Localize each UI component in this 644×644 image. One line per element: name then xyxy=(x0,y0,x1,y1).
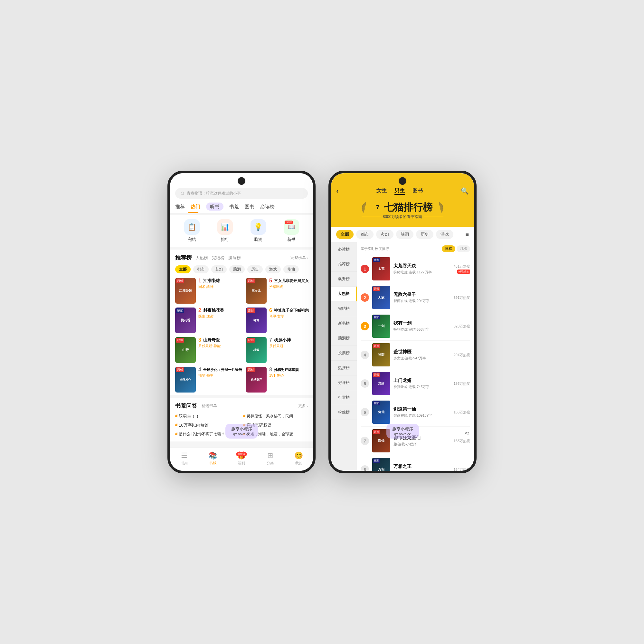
sort-daily[interactable]: 日榜 xyxy=(442,245,455,252)
bottom-nav-shucheng[interactable]: 📚 书城 xyxy=(199,451,227,468)
right-book-item-5[interactable]: 5 龙婿 原创 上门龙婿 扮猪吃虎·连载·746万字 186万热度 xyxy=(361,369,470,398)
book-cover-wrap-7: 桃源 原创 xyxy=(246,337,267,363)
pill-xiuxian[interactable]: 修仙 xyxy=(283,265,299,273)
sidebar-toupiaoban[interactable]: 投票榜 xyxy=(331,346,357,361)
right-book-meta-2: 智商在线·连载·204万字 xyxy=(393,298,450,303)
sidebar-biduban[interactable]: 必读榜 xyxy=(331,242,357,257)
book-cover-wrap-6: 神算 原创 xyxy=(246,308,267,333)
nav-tabs: 推荐 热门 听书 书荒 图书 必读榜 xyxy=(170,202,313,213)
header-tab-tushu[interactable]: 图书 xyxy=(412,187,423,195)
right-book-item-2[interactable]: 2 无敌 原创 无敌六皇子 智商在线·连载·204万字 391万热度 xyxy=(361,283,470,312)
sidebar-wanjieban[interactable]: 完结榜 xyxy=(331,301,357,316)
fenlei-label: 分类 xyxy=(267,461,274,466)
book-cover-wrap-2: 桃花香 独家 xyxy=(175,308,196,333)
qa-item-4[interactable]: # 穿越宫廷权谋 xyxy=(243,422,308,428)
sidebar-tuijianban[interactable]: 推荐榜 xyxy=(331,257,357,272)
bottom-nav-shujia[interactable]: ☰ 书架 xyxy=(170,451,199,468)
paixing-label: 排行 xyxy=(221,237,229,242)
book-cover-text-3: 山野 xyxy=(182,347,189,353)
book-item-1[interactable]: 江湖枭雄 原创 1 江湖枭雄 国术·战神 xyxy=(175,278,242,304)
tab-wanjie[interactable]: 完结榜 xyxy=(212,255,224,261)
tab-biduban[interactable]: 必读榜 xyxy=(260,202,275,212)
header-tab-nansheng[interactable]: 男生 xyxy=(394,187,405,195)
right-book-item-4[interactable]: 4 神医 原创 盖世神医 多女主·连载·547万字 294万热度 xyxy=(361,341,470,369)
badge-yuanchuang-5: 原创 xyxy=(373,373,380,377)
sidebar-biaoshengban[interactable]: 飙升榜 xyxy=(331,272,357,287)
badge-yuanchuang-7: 原创 xyxy=(373,430,380,434)
bottom-nav-wode[interactable]: 😊 我的 xyxy=(284,451,313,468)
sidebar-dahreban[interactable]: 大热榜 xyxy=(331,287,357,301)
bottom-nav-fenlei[interactable]: ⊞ 分类 xyxy=(256,451,284,468)
right-book-item-1[interactable]: 1 太荒 独家 太荒吞天诀 扮猪吃虎·连载·1127万字 481万热度 蝉联榜首 xyxy=(361,255,470,283)
cat-youxi[interactable]: 游戏 xyxy=(436,230,453,239)
book-title-7: 桃源小神 xyxy=(274,337,291,343)
bottom-nav-fuli[interactable]: 🎁 福利 可提现 xyxy=(227,451,256,468)
cat-lishi[interactable]: 历史 xyxy=(416,230,433,239)
right-book-heat-1: 481万热度 xyxy=(454,264,470,269)
book-item-8[interactable]: 她携财产 原创 8 她携财产球追妻 1V1·先婚 xyxy=(246,367,309,393)
book-item-4[interactable]: 全球沙化 原创 4 全球沙化：开局一片绿洲 搞笑·领主 xyxy=(175,367,242,393)
pill-dushi[interactable]: 都市 xyxy=(193,265,209,273)
qa-item-1[interactable]: # 双男主！！ xyxy=(175,413,240,419)
tab-tushu[interactable]: 图书 xyxy=(245,202,254,212)
pill-xuanhuan[interactable]: 玄幻 xyxy=(211,265,227,273)
sidebar-naodongban[interactable]: 脑洞榜 xyxy=(331,331,357,346)
right-book-item-3[interactable]: 3 一剑 独家 我有一剑 扮猪吃虎·完结·553万字 323万热度 xyxy=(361,312,470,341)
right-book-item-6[interactable]: 6 剑仙 独家 剑道第一仙 智商在线·连载·1091万字 186万热度 xyxy=(361,398,470,427)
sidebar-resouban[interactable]: 热搜榜 xyxy=(331,361,357,375)
book-item-7[interactable]: 桃源 原创 7 桃源小神 杀伐果断 xyxy=(246,337,309,363)
sort-monthly[interactable]: 月榜 xyxy=(457,245,470,252)
right-search-icon[interactable]: 🔍 xyxy=(461,187,469,195)
sidebar-haopingban[interactable]: 好评榜 xyxy=(331,375,357,390)
qa-title: 书荒问答 xyxy=(175,402,197,410)
svg-point-0 xyxy=(181,192,184,194)
tab-remen[interactable]: 热门 xyxy=(191,202,200,212)
right-cover-6: 剑仙 独家 xyxy=(372,401,390,424)
tab-tuijian[interactable]: 推荐 xyxy=(175,202,185,212)
pill-naodong[interactable]: 脑洞 xyxy=(229,265,245,273)
tab-naodong[interactable]: 脑洞榜 xyxy=(228,255,241,261)
book-cover-wrap-4: 全球沙化 原创 xyxy=(175,367,196,393)
qa-more[interactable]: 更多 › xyxy=(298,403,308,409)
sidebar-fensiban[interactable]: 粉丝榜 xyxy=(331,405,357,420)
cat-all[interactable]: 全部 xyxy=(336,230,354,239)
header-tab-nvsheng[interactable]: 女生 xyxy=(376,187,387,195)
right-book-heat-2: 391万热度 xyxy=(454,295,470,300)
sidebar-xinshuban[interactable]: 新书榜 xyxy=(331,316,357,331)
pill-youxi[interactable]: 游戏 xyxy=(265,265,281,273)
qa-item-6[interactable]: # 灾难，海啸，地震，全球变 xyxy=(243,431,308,437)
chart-more[interactable]: 完整榜单 › xyxy=(290,255,308,260)
book-item-2[interactable]: 桃花香 独家 2 村夜桃花香 医生·逆袭 xyxy=(175,308,242,333)
book-item-6[interactable]: 神算 原创 6 神算真千金下喊祖宗 马甲·玄学 xyxy=(246,308,309,333)
menu-icon[interactable]: ≡ xyxy=(465,231,469,238)
cat-naodong[interactable]: 脑洞 xyxy=(396,230,413,239)
search-input-wrapper[interactable]: 青春物语：暗恋这件难过的小事 xyxy=(175,188,308,199)
qa-item-2[interactable]: # 灵异鬼怪，风水秘闻，民间 xyxy=(243,413,308,419)
cat-dushi[interactable]: 都市 xyxy=(356,230,374,239)
right-sidebar: 必读榜 推荐榜 飙升榜 大热榜 完结榜 新书榜 脑洞榜 投票榜 热搜榜 好评榜 … xyxy=(331,242,357,471)
pill-lishi[interactable]: 历史 xyxy=(247,265,263,273)
feature-paixing[interactable]: 📊 排行 xyxy=(208,219,241,242)
qa-item-5[interactable]: # 是什么书让你不离开七猫？ xyxy=(175,431,240,437)
sidebar-dashangban[interactable]: 打赏榜 xyxy=(331,390,357,405)
back-button[interactable]: ‹ xyxy=(336,187,338,195)
feature-xinshu[interactable]: NEW 📖 新书 xyxy=(275,219,308,242)
cat-xuanhuan[interactable]: 玄幻 xyxy=(376,230,393,239)
book-item-3[interactable]: 山野 原创 3 山野奇医 杀伐果断·异能 xyxy=(175,337,242,363)
feature-wanjie[interactable]: 📋 完结 xyxy=(175,219,208,242)
tab-shuhuang[interactable]: 书荒 xyxy=(229,202,239,212)
right-book-item-8[interactable]: 8 万相 独家 万相之王 单女主·连载·337万字 164万热度 xyxy=(361,455,470,471)
book-info-6: 6 神算真千金下喊祖宗 马甲·玄学 xyxy=(269,308,309,319)
book-item-5[interactable]: 三女儿 原创 5 三女儿非要开局买女 扮猪吃虎 xyxy=(246,278,309,304)
logo-number: 7 xyxy=(373,203,383,213)
book-sub-2: 医生·逆袭 xyxy=(198,314,242,319)
qa-item-3[interactable]: # 10万字以内短篇 xyxy=(175,422,240,428)
tab-dahot[interactable]: 大热榜 xyxy=(195,255,208,261)
rank-2: 2 xyxy=(198,308,201,313)
pill-all[interactable]: 全部 xyxy=(175,265,191,273)
fenlei-icon: ⊞ xyxy=(267,451,273,460)
right-book-item-7[interactable]: 7 医仙 原创 都市狂龙医仙 趣·连载·小程序 168万热度 xyxy=(361,427,470,455)
tab-tingshu[interactable]: 听书 xyxy=(206,202,223,212)
feature-naodong[interactable]: 💡 脑洞 xyxy=(241,219,275,242)
chart-tabs: 大热榜 完结榜 脑洞榜 xyxy=(195,255,241,261)
